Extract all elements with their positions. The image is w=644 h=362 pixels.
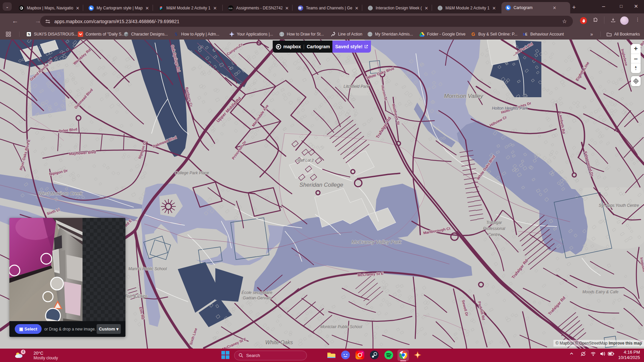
svg-text:West Morrison Creek: West Morrison Creek	[38, 191, 83, 196]
svg-text:G: G	[472, 32, 475, 37]
svg-text:Mann's Public School: Mann's Public School	[128, 266, 167, 271]
svg-text:Centre: Centre	[488, 232, 500, 237]
svg-text:Fish & Chips: Fish & Chips	[125, 294, 148, 299]
svg-text:Morrison Valley: Morrison Valley	[444, 93, 484, 99]
svg-text:S: S	[175, 32, 177, 37]
svg-text:bE: bE	[523, 33, 528, 36]
svg-text:McCraney Valley Park: McCraney Valley Park	[352, 239, 401, 245]
svg-text:Professional: Professional	[483, 226, 505, 231]
svg-text:College Park Place: College Park Place	[175, 171, 209, 175]
svg-text:N: N	[28, 33, 30, 36]
svg-text:Litchfield Park: Litchfield Park	[343, 84, 369, 89]
svg-text:Syl Apps Youth Centre: Syl Apps Youth Centre	[599, 203, 639, 208]
svg-text:White Oaks: White Oaks	[265, 340, 293, 345]
svg-text:Montclair Public School: Montclair Public School	[320, 324, 362, 329]
svg-text:Trafalgar: Trafalgar	[486, 220, 502, 225]
svg-text:École secondaire: École secondaire	[241, 290, 272, 295]
svg-text:D2L: D2L	[229, 7, 233, 10]
svg-text:Staff Lot 2: Staff Lot 2	[297, 158, 314, 162]
svg-text:Moods Eatry & Cafe: Moods Eatry & Cafe	[582, 290, 619, 294]
svg-text:Holton Heights Park: Holton Heights Park	[492, 106, 528, 111]
svg-text:Gaétan-Gervais: Gaétan-Gervais	[243, 296, 271, 300]
svg-text:T: T	[299, 7, 301, 9]
svg-text:Sheridan College: Sheridan College	[300, 182, 343, 188]
